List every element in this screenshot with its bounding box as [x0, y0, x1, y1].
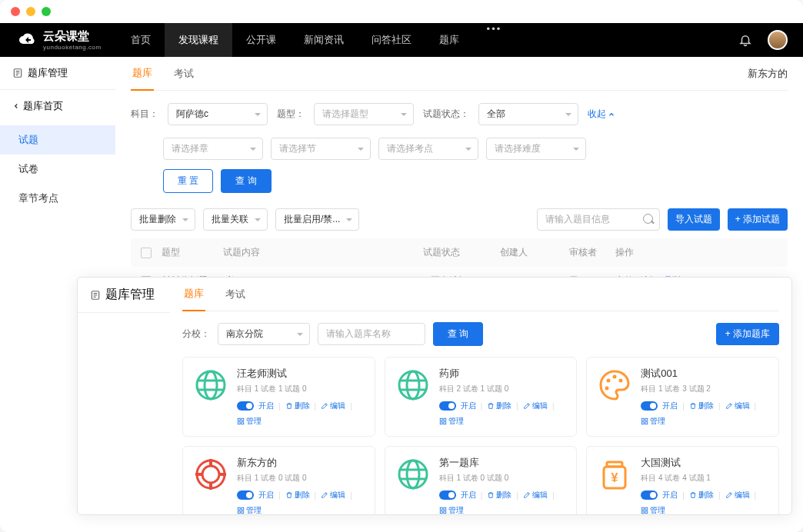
svg-rect-26	[195, 473, 202, 476]
toggle-open[interactable]	[439, 401, 456, 411]
toggle-open[interactable]	[641, 490, 658, 500]
op-delete[interactable]: 删除	[689, 401, 714, 411]
op-delete[interactable]: 删除	[285, 401, 310, 411]
svg-rect-18	[642, 418, 645, 421]
search-input[interactable]: 请输入题目信息	[537, 208, 660, 231]
op-edit[interactable]: 编辑	[725, 401, 750, 411]
difficulty-select[interactable]: 请选择难度	[486, 138, 586, 160]
logo[interactable]: 云朵课堂yunduoketang.com	[15, 28, 102, 52]
sidebar-item-points[interactable]: 章节考点	[0, 184, 115, 213]
type-select[interactable]: 请选择题型	[314, 103, 414, 125]
chapter-select[interactable]: 请选择章	[163, 138, 263, 160]
svg-point-8	[399, 371, 427, 399]
op-manage[interactable]: 管理	[439, 416, 464, 427]
query2-button[interactable]: 查 询	[433, 322, 483, 346]
toggle-open[interactable]	[641, 401, 658, 411]
collapse-link[interactable]: 收起	[588, 108, 615, 121]
op-delete[interactable]: 删除	[487, 490, 511, 500]
maximize-dot[interactable]	[42, 7, 51, 16]
svg-rect-36	[440, 511, 442, 514]
op-manage[interactable]: 管理	[237, 505, 262, 514]
import-button[interactable]: 导入试题	[668, 208, 720, 231]
card-meta: 科目 1 试卷 0 试题 0	[237, 473, 365, 484]
op-edit[interactable]: 编辑	[523, 490, 548, 500]
checkbox-all[interactable]	[141, 248, 152, 258]
bank-search-input[interactable]: 请输入题库名称	[318, 323, 425, 345]
svg-rect-30	[238, 511, 240, 514]
card-icon	[596, 367, 633, 404]
svg-rect-28	[238, 507, 240, 510]
op-delete[interactable]: 删除	[487, 401, 511, 411]
nav-discover[interactable]: 发现课程	[165, 23, 232, 57]
op-delete[interactable]: 删除	[285, 490, 310, 500]
svg-rect-29	[242, 507, 244, 510]
card-title: 药师	[439, 367, 568, 381]
breadcrumb-back[interactable]: 题库首页	[0, 90, 115, 122]
tab2-exam[interactable]: 考试	[224, 278, 247, 311]
bulk-delete-select[interactable]: 批量删除	[131, 208, 195, 231]
add-question-button[interactable]: + 添加试题	[728, 208, 788, 231]
svg-rect-44	[645, 511, 648, 514]
query-button[interactable]: 查 询	[221, 169, 271, 193]
nav-bank[interactable]: 题库	[425, 23, 473, 57]
toggle-open[interactable]	[237, 401, 254, 411]
card-title: 测试001	[641, 367, 769, 381]
op-edit[interactable]: 编辑	[725, 490, 750, 500]
sidebar2-title: 题库管理	[78, 278, 170, 313]
op-edit[interactable]: 编辑	[321, 490, 345, 500]
top-nav: 云朵课堂yunduoketang.com 首页 发现课程 公开课 新闻资讯 问答…	[0, 23, 803, 57]
nav-open[interactable]: 公开课	[232, 23, 290, 57]
op-open: 开启	[662, 401, 678, 411]
svg-point-32	[399, 461, 427, 488]
avatar[interactable]	[768, 30, 788, 50]
reset-button[interactable]: 重 置	[163, 169, 213, 193]
op-edit[interactable]: 编辑	[321, 401, 345, 411]
op-open: 开启	[662, 490, 678, 500]
status-select[interactable]: 全部	[478, 103, 578, 125]
th-content: 试题内容	[223, 246, 423, 259]
card-meta: 科目 1 试卷 3 试题 2	[641, 384, 769, 394]
tab-exam[interactable]: 考试	[172, 58, 195, 90]
toggle-open[interactable]	[439, 490, 456, 500]
op-delete[interactable]: 删除	[689, 490, 714, 500]
minimize-dot[interactable]	[26, 7, 35, 16]
nav-more[interactable]: •••	[473, 23, 516, 57]
op-manage[interactable]: 管理	[641, 505, 665, 514]
op-manage[interactable]: 管理	[237, 416, 262, 427]
svg-rect-5	[242, 418, 244, 421]
svg-rect-27	[220, 473, 226, 476]
tabs: 题库 考试 新东方的	[131, 57, 788, 91]
nav-news[interactable]: 新闻资讯	[290, 23, 358, 57]
bulk-link-select[interactable]: 批量关联	[203, 208, 268, 231]
add-bank-button[interactable]: + 添加题库	[716, 323, 779, 345]
toggle-open[interactable]	[237, 490, 254, 500]
svg-point-16	[619, 379, 623, 383]
tab-bank[interactable]: 题库	[131, 57, 154, 91]
tab2-bank[interactable]: 题库	[182, 278, 205, 311]
svg-text:¥: ¥	[611, 471, 618, 484]
card-icon	[395, 367, 431, 404]
th-ops: 操作	[615, 246, 708, 259]
card-icon	[192, 456, 229, 493]
svg-rect-41	[642, 507, 645, 510]
bulk-enable-select[interactable]: 批量启用/禁...	[275, 208, 359, 231]
section-select[interactable]: 请选择节	[271, 138, 371, 160]
card-icon	[395, 456, 431, 493]
th-type: 题型	[162, 246, 223, 259]
sidebar-item-papers[interactable]: 试卷	[0, 155, 115, 184]
th-status: 试题状态	[423, 246, 500, 259]
svg-rect-34	[440, 507, 442, 510]
svg-rect-10	[440, 418, 442, 421]
svg-point-14	[607, 379, 611, 383]
op-manage[interactable]: 管理	[641, 416, 665, 427]
branch-select[interactable]: 南京分院	[218, 323, 310, 345]
close-dot[interactable]	[11, 7, 20, 16]
sidebar-item-questions[interactable]: 试题	[0, 125, 115, 155]
op-edit[interactable]: 编辑	[523, 401, 548, 411]
point-select[interactable]: 请选择考点	[378, 138, 478, 160]
nav-qa[interactable]: 问答社区	[358, 23, 425, 57]
op-manage[interactable]: 管理	[439, 505, 464, 514]
subject-select[interactable]: 阿萨德c	[168, 103, 268, 125]
nav-home[interactable]: 首页	[117, 23, 165, 57]
bell-icon[interactable]	[738, 33, 752, 47]
